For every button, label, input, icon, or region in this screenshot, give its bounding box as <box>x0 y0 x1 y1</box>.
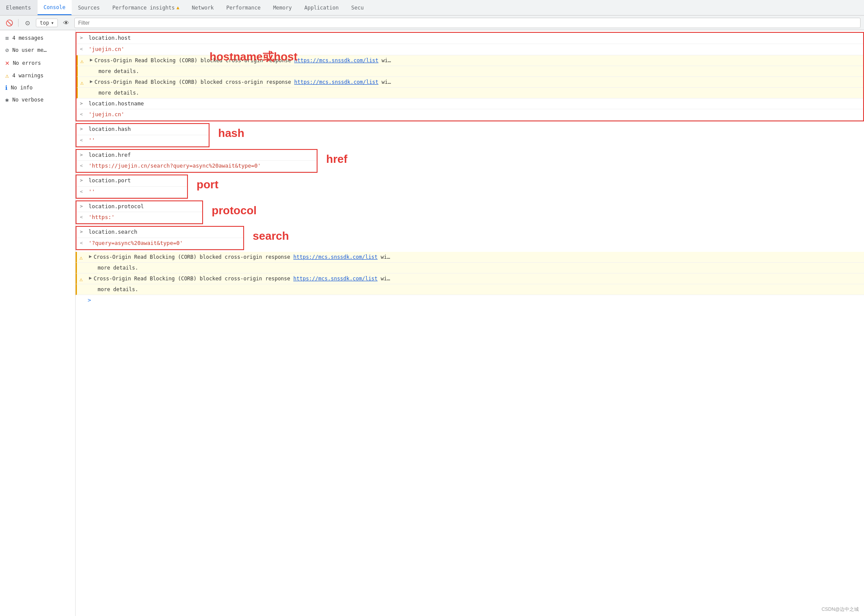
tab-elements[interactable]: Elements <box>0 0 38 15</box>
console-content[interactable]: > location.host < 'juejin.cn' ⚠ ▶ Cross-… <box>76 30 864 616</box>
tab-performance-insights-label: Performance insights <box>112 5 175 11</box>
expand-arrow[interactable]: > <box>80 177 83 184</box>
tab-performance-insights[interactable]: Performance insights ▲ <box>106 0 186 15</box>
sidebar-errors-label: No errors <box>13 60 41 66</box>
warning-row: ⚠ ▶ Cross-Origin Read Blocking (CORB) bl… <box>76 55 863 66</box>
hostname-box: > location.host < 'juejin.cn' ⚠ ▶ Cross-… <box>76 32 864 121</box>
console-row: > location.protocol <box>76 201 202 213</box>
tab-network[interactable]: Network <box>186 0 220 15</box>
output-arrow: < <box>80 137 83 144</box>
expand-arrow[interactable]: > <box>80 229 83 236</box>
warn-link[interactable]: https://mcs.snssdk.com/list <box>293 254 378 260</box>
level-label: top <box>40 20 49 26</box>
main-layout: ≡ 4 messages ⊘ No user me… ✕ No errors ⚠… <box>0 30 864 616</box>
tab-elements-label: Elements <box>6 5 31 11</box>
href-annotation: href <box>326 152 347 166</box>
sidebar-messages-label: 4 messages <box>12 35 43 41</box>
warning-row: ⚠ ▶ Cross-Origin Read Blocking (CORB) bl… <box>76 77 863 88</box>
console-prompt[interactable]: > <box>76 295 864 305</box>
watermark: CSDN@边中之城 <box>822 606 859 613</box>
level-dropdown-icon: ▾ <box>51 20 54 26</box>
expand-arrow[interactable]: > <box>80 152 83 159</box>
warn-expand-arrow[interactable]: ▶ <box>89 275 92 282</box>
sidebar-item-errors[interactable]: ✕ No errors <box>0 56 75 70</box>
sidebar-item-user[interactable]: ⊘ No user me… <box>0 44 75 56</box>
warning-triangle-icon: ⚠ <box>80 79 84 87</box>
filter-toggle-button[interactable]: ⊙ <box>22 17 33 29</box>
eye-button[interactable]: 👁 <box>60 17 72 29</box>
toolbar-divider-1 <box>18 19 19 27</box>
protocol-annotation: protocol <box>212 204 257 217</box>
verbose-icon: ✱ <box>5 96 9 103</box>
row-text: location.hostname <box>89 100 144 108</box>
bottom-warning-row-2: ⚠ ▶ Cross-Origin Read Blocking (CORB) bl… <box>76 273 864 284</box>
console-row: > location.hostname <box>76 98 863 110</box>
group-href: > location.href < 'https://juejin.cn/sea… <box>76 149 864 173</box>
warn-expand-arrow[interactable]: ▶ <box>90 78 93 86</box>
tab-console[interactable]: Console <box>38 0 72 15</box>
console-row: > location.host <box>76 33 863 44</box>
sidebar-item-messages[interactable]: ≡ 4 messages <box>0 32 75 44</box>
tab-network-label: Network <box>192 5 214 11</box>
output-arrow: < <box>80 214 83 221</box>
sidebar: ≡ 4 messages ⊘ No user me… ✕ No errors ⚠… <box>0 30 76 616</box>
row-text: location.port <box>89 177 131 185</box>
sidebar-warnings-label: 4 warnings <box>12 73 43 79</box>
tab-security[interactable]: Secu <box>345 0 370 15</box>
warning-triangle-icon: ⚠ <box>79 254 83 262</box>
filter-input[interactable] <box>74 18 861 28</box>
warn-link[interactable]: https://mcs.snssdk.com/list <box>294 79 378 85</box>
row-text: location.protocol <box>89 203 144 211</box>
level-selector[interactable]: top ▾ <box>36 19 58 27</box>
sidebar-verbose-label: No verbose <box>12 97 43 103</box>
output-arrow: < <box>80 46 83 53</box>
user-icon: ⊘ <box>5 47 9 54</box>
search-annotation: search <box>253 229 289 243</box>
hash-annotation: hash <box>218 127 245 140</box>
console-row: < 'https://juejin.cn/search?query=async%… <box>76 161 317 172</box>
row-value: '' <box>89 188 95 196</box>
tab-bar: Elements Console Sources Performance ins… <box>0 0 864 16</box>
tab-memory-label: Memory <box>273 5 292 11</box>
row-text: location.hash <box>89 125 131 133</box>
group-search: > location.search < '?query=async%20awai… <box>76 226 864 250</box>
clear-console-button[interactable]: 🚫 <box>3 17 15 29</box>
sidebar-item-verbose[interactable]: ✱ No verbose <box>0 94 75 106</box>
tab-performance[interactable]: Performance <box>220 0 267 15</box>
sidebar-item-warnings[interactable]: ⚠ 4 warnings <box>0 70 75 82</box>
messages-icon: ≡ <box>5 35 9 41</box>
row-value: 'https:' <box>89 213 114 222</box>
warn-expand-arrow[interactable]: ▶ <box>90 57 93 64</box>
output-arrow: < <box>80 162 83 170</box>
console-row: < 'juejin.cn' <box>76 109 863 121</box>
warn-message: Cross-Origin Read Blocking (CORB) blocke… <box>95 78 391 86</box>
row-text: location.host <box>89 34 131 42</box>
row-value: '?query=async%20await&type=0' <box>89 239 183 248</box>
tab-memory[interactable]: Memory <box>267 0 298 15</box>
output-arrow: < <box>80 111 83 118</box>
warn-message: Cross-Origin Read Blocking (CORB) blocke… <box>94 275 390 283</box>
row-text: location.href <box>89 151 131 159</box>
warn-expand-arrow[interactable]: ▶ <box>89 253 92 260</box>
expand-arrow[interactable]: > <box>80 35 83 42</box>
warning-icon: ⚠ <box>5 72 9 79</box>
expand-arrow[interactable]: > <box>80 203 83 210</box>
warn-link[interactable]: https://mcs.snssdk.com/list <box>293 276 378 282</box>
warn-cont: more details. <box>98 286 138 293</box>
group-protocol: > location.protocol < 'https:' protocol <box>76 200 864 225</box>
group-port: > location.port < '' port <box>76 175 864 199</box>
console-row: < '' <box>76 135 209 146</box>
tab-sources[interactable]: Sources <box>72 0 106 15</box>
sidebar-item-info[interactable]: ℹ No info <box>0 82 75 94</box>
console-row: < 'https:' <box>76 212 202 223</box>
port-annotation: port <box>197 178 219 191</box>
warn-link[interactable]: https://mcs.snssdk.com/list <box>294 57 378 64</box>
tab-application[interactable]: Application <box>299 0 345 15</box>
console-toolbar: 🚫 ⊙ top ▾ 👁 <box>0 16 864 30</box>
row-value: 'juejin.cn' <box>89 111 124 119</box>
console-row: > location.port <box>76 175 187 187</box>
group-hostname: > location.host < 'juejin.cn' ⚠ ▶ Cross-… <box>76 32 864 121</box>
expand-arrow[interactable]: > <box>80 126 83 133</box>
expand-arrow[interactable]: > <box>80 100 83 108</box>
error-icon: ✕ <box>5 59 10 67</box>
